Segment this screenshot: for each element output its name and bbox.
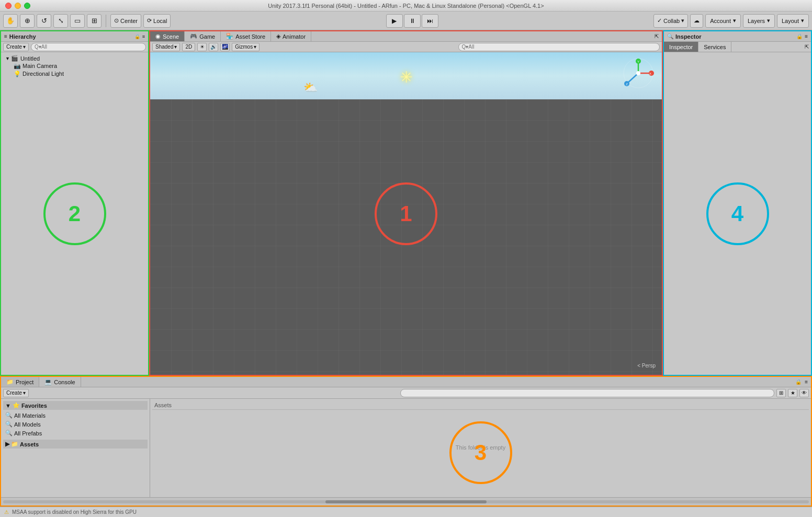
favorites-star-icon: ⭐ xyxy=(13,402,20,409)
circle-2-label: 2 xyxy=(69,201,81,226)
animator-tab-icon: ◈ xyxy=(276,33,280,40)
inspector-lock-icon[interactable]: 🔒 xyxy=(796,33,803,39)
local-icon: ⟳ xyxy=(147,17,152,24)
layers-dropdown[interactable]: Layers ▾ xyxy=(743,14,775,28)
inspector-maximize-icon[interactable]: ⇱ xyxy=(803,42,811,52)
layout-chevron-icon: ▾ xyxy=(801,17,804,24)
cloud-icon: ⛅ xyxy=(303,81,318,95)
cloud-icon: ☁ xyxy=(694,17,700,24)
scene-fx-button[interactable]: 🌌 xyxy=(220,43,230,51)
center-button[interactable]: ⊙ Center xyxy=(110,14,141,28)
assets-path-label: Assets xyxy=(154,402,172,408)
rotate-tool-button[interactable]: ↺ xyxy=(37,14,51,28)
circle-2-overlay: 2 xyxy=(43,182,106,245)
center-icon: ⊙ xyxy=(114,17,119,24)
project-panel-controls: 🔒 ≡ xyxy=(792,377,811,387)
scene-audio-button[interactable]: 🔊 xyxy=(209,43,218,51)
project-view-toggle[interactable]: ⊞ xyxy=(776,389,786,397)
local-button[interactable]: ⟳ Local xyxy=(143,14,171,28)
scrollbar-thumb[interactable] xyxy=(325,500,487,503)
project-favorites-icon[interactable]: ★ xyxy=(788,389,797,397)
scene-maximize-button[interactable]: ⇱ xyxy=(651,31,662,41)
tab-asset-store[interactable]: 🏪 Asset Store xyxy=(221,31,271,41)
svg-text:X: X xyxy=(649,72,651,75)
scene-search-input[interactable] xyxy=(458,43,660,51)
tab-animator[interactable]: ◈ Animator xyxy=(271,31,311,41)
project-tab-label: Project xyxy=(16,379,33,385)
move-tool-button[interactable]: ⊕ xyxy=(20,14,35,28)
upper-area: ≡ Hierarchy 🔒 ≡ Create ▾ ▼ 🎬 Untitled xyxy=(0,30,812,376)
minimize-button[interactable] xyxy=(15,3,21,9)
layout-dropdown[interactable]: Layout ▾ xyxy=(777,14,809,28)
svg-text:Y: Y xyxy=(637,60,639,63)
hierarchy-create-button[interactable]: Create ▾ xyxy=(3,43,29,51)
layers-chevron-icon: ▾ xyxy=(767,17,770,24)
assets-label: Assets xyxy=(20,441,39,447)
tab-game[interactable]: 🎮 Game xyxy=(185,31,221,41)
shaded-dropdown[interactable]: Shaded ▾ xyxy=(152,43,180,51)
traffic-lights xyxy=(5,3,30,9)
search-icon-2: 🔍 xyxy=(5,421,13,428)
assets-breadcrumb: Assets xyxy=(152,401,809,410)
tab-scene[interactable]: ◉ Scene xyxy=(150,31,185,41)
scene-viewport[interactable]: ✳ ⛅ X Y xyxy=(150,52,662,375)
gizmos-chevron: ▾ xyxy=(254,44,256,50)
tab-inspector[interactable]: Inspector xyxy=(664,42,698,52)
maximize-button[interactable] xyxy=(24,3,30,9)
scrollbar-track[interactable] xyxy=(3,500,809,503)
pause-button[interactable]: ⏸ xyxy=(404,14,421,28)
inspector-title: Inspector xyxy=(675,33,702,40)
project-search-input[interactable] xyxy=(400,389,775,397)
hierarchy-root-item[interactable]: ▼ 🎬 Untitled xyxy=(3,54,146,62)
hierarchy-item-light[interactable]: 💡 Directional Light xyxy=(3,70,146,78)
circle-1-overlay: 1 xyxy=(375,182,437,245)
scene-lighting-button[interactable]: ☀ xyxy=(197,43,207,51)
inspector-icon: 🔍 xyxy=(667,33,673,39)
tree-item-all-prefabs[interactable]: 🔍 All Prefabs xyxy=(3,429,148,438)
rect-tool-button[interactable]: ▭ xyxy=(70,14,85,28)
favorites-expand-icon[interactable]: ▼ xyxy=(5,403,11,409)
hierarchy-search-input[interactable] xyxy=(31,43,146,51)
tree-item-all-materials[interactable]: 🔍 All Materials xyxy=(3,411,148,420)
gizmos-dropdown[interactable]: Gizmos ▾ xyxy=(232,43,260,51)
account-chevron-icon: ▾ xyxy=(733,17,736,24)
all-prefabs-label: All Prefabs xyxy=(14,430,42,436)
hand-tool-button[interactable]: ✋ xyxy=(3,14,18,28)
inspector-menu-icon[interactable]: ≡ xyxy=(805,33,808,39)
tab-console[interactable]: 💻 Console xyxy=(39,377,81,387)
hierarchy-content: ▼ 🎬 Untitled 📷 Main Camera 💡 Directional… xyxy=(1,52,148,375)
project-menu-icon[interactable]: ≡ xyxy=(805,379,808,385)
project-scrollbar[interactable] xyxy=(1,497,811,505)
expand-icon[interactable]: ▼ xyxy=(5,56,10,61)
hierarchy-item-camera[interactable]: 📷 Main Camera xyxy=(3,62,146,70)
tab-project[interactable]: 📁 Project xyxy=(1,377,39,387)
transform-tool-button[interactable]: ⊞ xyxy=(87,14,102,28)
2d-label: 2D xyxy=(185,44,192,50)
collab-button[interactable]: ✓ Collab ▾ xyxy=(653,14,688,28)
tree-item-all-models[interactable]: 🔍 All Models xyxy=(3,420,148,429)
circle-1-label: 1 xyxy=(400,201,412,226)
scene-tabs: ◉ Scene 🎮 Game 🏪 Asset Store ◈ Animator … xyxy=(150,31,662,42)
scene-icon: 🎬 xyxy=(11,55,18,62)
layers-label: Layers xyxy=(748,18,765,24)
scale-tool-button[interactable]: ⤡ xyxy=(53,14,68,28)
project-create-chevron: ▾ xyxy=(23,390,26,396)
scene-panel: ◉ Scene 🎮 Game 🏪 Asset Store ◈ Animator … xyxy=(149,30,663,376)
account-dropdown[interactable]: Account ▾ xyxy=(705,14,741,28)
lower-area: 📁 Project 💻 Console 🔒 ≡ Create ▾ ⊞ ★ 👁 xyxy=(0,376,812,507)
tab-services[interactable]: Services xyxy=(698,42,731,52)
step-button[interactable]: ⏭ xyxy=(422,14,438,28)
hierarchy-menu-icon[interactable]: ≡ xyxy=(142,34,145,39)
project-assets-view[interactable]: Assets This folder is empty 3 xyxy=(150,399,811,497)
play-button[interactable]: ▶ xyxy=(386,14,403,28)
close-button[interactable] xyxy=(5,3,12,9)
project-eye-icon[interactable]: 👁 xyxy=(799,389,809,397)
project-create-label: Create xyxy=(6,390,22,396)
cloud-button[interactable]: ☁ xyxy=(690,14,703,28)
project-lock-icon[interactable]: 🔒 xyxy=(795,379,802,385)
assets-expand-icon[interactable]: ▶ xyxy=(5,441,9,447)
2d-button[interactable]: 2D xyxy=(182,43,195,51)
sun-icon: ✳ xyxy=(400,68,413,86)
play-controls: ▶ ⏸ ⏭ xyxy=(386,14,438,28)
project-create-button[interactable]: Create ▾ xyxy=(3,389,29,397)
